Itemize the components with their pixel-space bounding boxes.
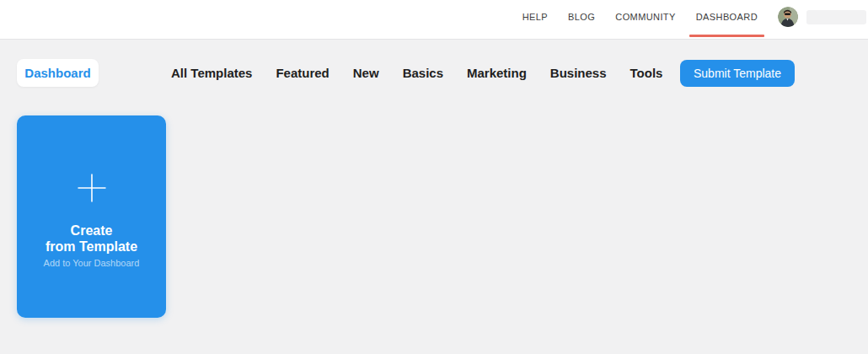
topnav-blog[interactable]: BLOG xyxy=(568,12,595,22)
tab-tools[interactable]: Tools xyxy=(630,66,663,80)
topnav-dashboard[interactable]: DASHBOARD xyxy=(696,12,758,22)
top-bar: HELP BLOG COMMUNITY DASHBOARD xyxy=(0,0,868,40)
topnav-dashboard-label: DASHBOARD xyxy=(696,12,758,22)
tab-new[interactable]: New xyxy=(353,66,379,80)
create-card-title-line1: Create xyxy=(46,223,137,239)
create-card-title-line2: from Template xyxy=(46,239,137,255)
tab-business[interactable]: Business xyxy=(550,66,607,80)
submit-template-button[interactable]: Submit Template xyxy=(680,60,795,87)
category-tabs: All Templates Featured New Basics Market… xyxy=(171,66,662,80)
dashboard-pill[interactable]: Dashboard xyxy=(17,59,99,87)
username-redacted[interactable] xyxy=(806,10,866,24)
topnav-community[interactable]: COMMUNITY xyxy=(615,12,675,22)
create-card-subtitle: Add to Your Dashboard xyxy=(44,258,140,268)
plus-icon xyxy=(78,174,106,202)
topnav-help[interactable]: HELP xyxy=(522,12,548,22)
template-toolbar: Dashboard All Templates Featured New Bas… xyxy=(17,59,868,87)
tab-featured[interactable]: Featured xyxy=(276,66,329,80)
active-tab-underline xyxy=(689,35,764,37)
user-avatar[interactable] xyxy=(778,7,798,27)
create-card-title: Create from Template xyxy=(46,223,137,255)
create-from-template-card[interactable]: Create from Template Add to Your Dashboa… xyxy=(17,115,166,318)
tab-marketing[interactable]: Marketing xyxy=(467,66,527,80)
user-photo-icon xyxy=(778,7,798,27)
tab-basics[interactable]: Basics xyxy=(403,66,443,80)
tab-all-templates[interactable]: All Templates xyxy=(171,66,252,80)
